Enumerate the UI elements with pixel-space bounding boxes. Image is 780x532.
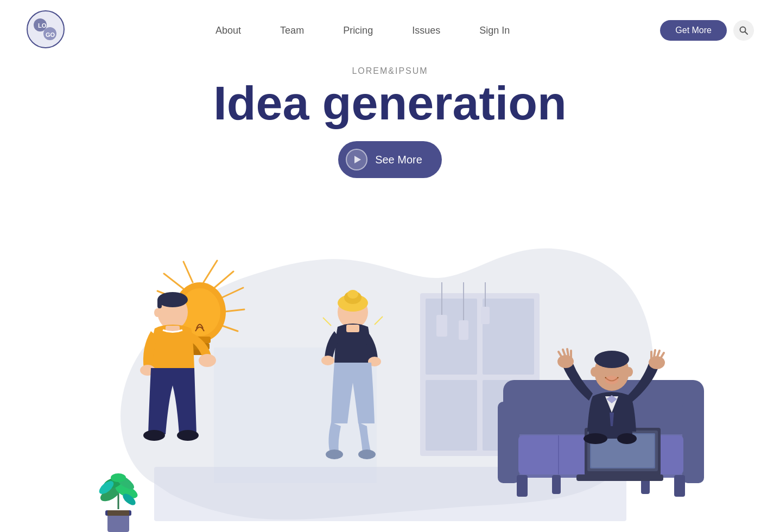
- svg-rect-69: [517, 475, 528, 497]
- nav-team[interactable]: Team: [261, 21, 324, 41]
- man-with-lightbulb: [103, 228, 277, 532]
- svg-line-95: [654, 350, 655, 357]
- svg-point-83: [594, 351, 629, 368]
- svg-rect-10: [426, 380, 477, 451]
- svg-point-57: [347, 290, 358, 299]
- svg-rect-70: [674, 475, 685, 497]
- nav-links: About Team Pricing Issues Sign In: [196, 21, 529, 41]
- svg-rect-67: [498, 402, 519, 483]
- play-icon: [354, 156, 361, 163]
- svg-line-33: [220, 288, 243, 299]
- logo[interactable]: LO GO: [26, 10, 65, 51]
- svg-line-93: [661, 353, 664, 358]
- svg-text:LO: LO: [38, 22, 47, 29]
- see-more-label: See More: [375, 154, 422, 166]
- svg-rect-81: [576, 474, 663, 481]
- hero-title: Idea generation: [0, 78, 780, 128]
- hero-subtitle: LOREM&IPSUM: [0, 66, 780, 76]
- svg-rect-8: [426, 299, 477, 375]
- man-on-sofa: [487, 271, 715, 532]
- search-icon: [739, 26, 749, 35]
- svg-line-37: [164, 274, 183, 289]
- svg-rect-47: [157, 299, 162, 308]
- svg-text:GO: GO: [46, 31, 55, 38]
- svg-point-48: [154, 308, 161, 317]
- svg-rect-58: [346, 325, 359, 332]
- svg-point-46: [157, 292, 188, 307]
- svg-rect-14: [436, 315, 447, 337]
- nav-issues[interactable]: Issues: [392, 21, 460, 41]
- svg-line-6: [745, 32, 747, 35]
- svg-line-31: [204, 261, 217, 282]
- svg-point-52: [143, 430, 165, 441]
- svg-point-61: [326, 449, 343, 459]
- svg-point-62: [358, 449, 376, 459]
- svg-line-64: [375, 316, 383, 325]
- navbar: LO GO About Team Pricing Issues Sign In …: [0, 0, 780, 61]
- svg-line-89: [563, 350, 565, 356]
- search-button[interactable]: [733, 20, 754, 41]
- svg-line-32: [214, 271, 233, 288]
- svg-point-85: [625, 367, 633, 377]
- see-more-button[interactable]: See More: [338, 141, 442, 178]
- get-more-button[interactable]: Get More: [660, 20, 727, 41]
- svg-line-63: [323, 318, 331, 326]
- nav-signin[interactable]: Sign In: [460, 21, 529, 41]
- nav-pricing[interactable]: Pricing: [324, 21, 392, 41]
- svg-point-84: [591, 367, 598, 377]
- woman-excited: [304, 282, 402, 516]
- svg-line-94: [657, 351, 659, 357]
- svg-line-88: [559, 352, 562, 357]
- svg-rect-71: [552, 475, 561, 494]
- svg-point-50: [199, 354, 216, 367]
- svg-line-90: [567, 349, 568, 356]
- svg-rect-68: [682, 402, 704, 483]
- illustration-area: [0, 195, 780, 532]
- svg-point-98: [584, 433, 607, 444]
- svg-point-59: [321, 356, 334, 365]
- play-circle: [346, 149, 367, 170]
- nav-about[interactable]: About: [196, 21, 261, 41]
- hero-section: LOREM&IPSUM Idea generation See More: [0, 66, 780, 178]
- svg-point-53: [177, 430, 199, 441]
- svg-rect-16: [459, 320, 468, 340]
- svg-line-36: [183, 262, 193, 282]
- svg-point-86: [605, 376, 618, 384]
- nav-right: Get More: [660, 20, 754, 41]
- svg-point-99: [617, 433, 637, 444]
